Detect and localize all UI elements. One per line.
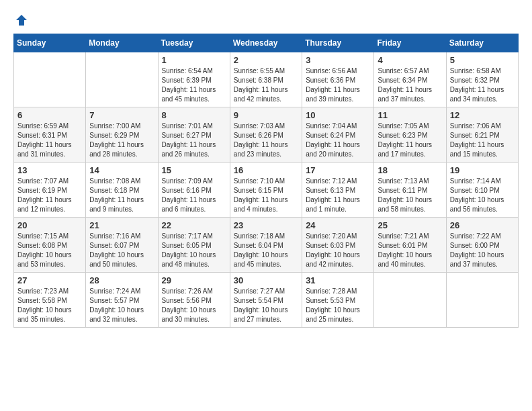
- calendar-cell: 26 Sunrise: 7:22 AM Sunset: 6:00 PM Dayl…: [446, 218, 518, 273]
- day-number: 18: [378, 165, 442, 175]
- sunrise: Sunrise: 6:54 AM: [162, 66, 226, 76]
- daylight: Daylight: 10 hours and 32 minutes.: [89, 306, 154, 324]
- day-number: 28: [89, 275, 154, 285]
- sunrise: Sunrise: 7:06 AM: [450, 122, 515, 131]
- sunset: Sunset: 6:11 PM: [378, 186, 442, 195]
- day-header: Friday: [374, 34, 446, 52]
- sunset: Sunset: 6:23 PM: [378, 131, 442, 140]
- sunset: Sunset: 5:58 PM: [17, 296, 82, 306]
- daylight: Daylight: 11 hours and 39 minutes.: [306, 85, 370, 104]
- day-number: 29: [162, 275, 226, 285]
- daylight: Daylight: 10 hours and 50 minutes.: [89, 250, 154, 269]
- day-number: 7: [89, 110, 154, 120]
- sunset: Sunset: 6:00 PM: [450, 241, 515, 250]
- sunset: Sunset: 6:19 PM: [17, 186, 82, 195]
- sunset: Sunset: 6:07 PM: [89, 241, 154, 250]
- calendar-cell: [446, 273, 518, 328]
- sunrise: Sunrise: 7:09 AM: [162, 177, 226, 186]
- day-header: Saturday: [446, 34, 518, 52]
- calendar-cell: 29 Sunrise: 7:26 AM Sunset: 5:56 PM Dayl…: [158, 273, 230, 328]
- sunset: Sunset: 6:15 PM: [234, 186, 298, 195]
- daylight: Daylight: 11 hours and 23 minutes.: [234, 140, 298, 159]
- daylight: Daylight: 10 hours and 56 minutes.: [450, 195, 515, 214]
- calendar-cell: 6 Sunrise: 6:59 AM Sunset: 6:31 PM Dayli…: [14, 107, 86, 163]
- daylight: Daylight: 10 hours and 58 minutes.: [378, 195, 442, 214]
- daylight: Daylight: 10 hours and 27 minutes.: [234, 306, 298, 324]
- calendar-cell: 16 Sunrise: 7:10 AM Sunset: 6:15 PM Dayl…: [230, 163, 302, 218]
- sunrise: Sunrise: 7:12 AM: [306, 177, 370, 186]
- sunrise: Sunrise: 7:10 AM: [234, 177, 298, 186]
- sunrise: Sunrise: 6:55 AM: [234, 66, 298, 76]
- calendar-cell: 25 Sunrise: 7:21 AM Sunset: 6:01 PM Dayl…: [374, 218, 446, 273]
- daylight: Daylight: 10 hours and 40 minutes.: [378, 250, 442, 269]
- day-number: 25: [378, 220, 442, 230]
- day-header: Monday: [86, 34, 158, 52]
- sunrise: Sunrise: 7:24 AM: [89, 287, 154, 296]
- sunset: Sunset: 5:54 PM: [234, 296, 298, 306]
- day-number: 11: [378, 110, 442, 120]
- daylight: Daylight: 10 hours and 25 minutes.: [306, 306, 370, 324]
- calendar-cell: 15 Sunrise: 7:09 AM Sunset: 6:16 PM Dayl…: [158, 163, 230, 218]
- day-number: 10: [306, 110, 370, 120]
- calendar-cell: 30 Sunrise: 7:27 AM Sunset: 5:54 PM Dayl…: [230, 273, 302, 328]
- daylight: Daylight: 11 hours and 4 minutes.: [234, 195, 298, 214]
- day-header: Thursday: [302, 34, 374, 52]
- day-number: 20: [17, 220, 82, 230]
- calendar-cell: 5 Sunrise: 6:58 AM Sunset: 6:32 PM Dayli…: [446, 52, 518, 107]
- sunset: Sunset: 6:01 PM: [378, 241, 442, 250]
- daylight: Daylight: 11 hours and 37 minutes.: [378, 85, 442, 104]
- calendar-cell: [14, 52, 86, 107]
- calendar-cell: 21 Sunrise: 7:16 AM Sunset: 6:07 PM Dayl…: [86, 218, 158, 273]
- sunset: Sunset: 5:57 PM: [89, 296, 154, 306]
- calendar-cell: 12 Sunrise: 7:06 AM Sunset: 6:21 PM Dayl…: [446, 107, 518, 163]
- sunset: Sunset: 6:29 PM: [89, 131, 154, 140]
- calendar-cell: 8 Sunrise: 7:01 AM Sunset: 6:27 PM Dayli…: [158, 107, 230, 163]
- calendar-cell: 10 Sunrise: 7:04 AM Sunset: 6:24 PM Dayl…: [302, 107, 374, 163]
- day-number: 6: [17, 110, 82, 120]
- sunrise: Sunrise: 7:03 AM: [234, 122, 298, 131]
- sunrise: Sunrise: 7:26 AM: [162, 287, 226, 296]
- day-number: 15: [162, 165, 226, 175]
- sunrise: Sunrise: 7:16 AM: [89, 232, 154, 241]
- daylight: Daylight: 11 hours and 20 minutes.: [306, 140, 370, 159]
- calendar-cell: 20 Sunrise: 7:15 AM Sunset: 6:08 PM Dayl…: [14, 218, 86, 273]
- calendar-cell: 3 Sunrise: 6:56 AM Sunset: 6:36 PM Dayli…: [302, 52, 374, 107]
- day-number: 5: [450, 55, 515, 65]
- sunrise: Sunrise: 7:21 AM: [378, 232, 442, 241]
- day-number: 12: [450, 110, 515, 120]
- sunrise: Sunrise: 6:56 AM: [306, 66, 370, 76]
- day-number: 2: [234, 55, 298, 65]
- daylight: Daylight: 10 hours and 45 minutes.: [234, 250, 298, 269]
- sunset: Sunset: 6:27 PM: [162, 131, 226, 140]
- calendar-cell: 4 Sunrise: 6:57 AM Sunset: 6:34 PM Dayli…: [374, 52, 446, 107]
- calendar-cell: 2 Sunrise: 6:55 AM Sunset: 6:38 PM Dayli…: [230, 52, 302, 107]
- daylight: Daylight: 11 hours and 12 minutes.: [17, 195, 82, 214]
- sunrise: Sunrise: 7:20 AM: [306, 232, 370, 241]
- daylight: Daylight: 10 hours and 53 minutes.: [17, 250, 82, 269]
- day-number: 19: [450, 165, 515, 175]
- daylight: Daylight: 11 hours and 15 minutes.: [450, 140, 515, 159]
- daylight: Daylight: 11 hours and 9 minutes.: [89, 195, 154, 214]
- day-number: 26: [450, 220, 515, 230]
- calendar-cell: 1 Sunrise: 6:54 AM Sunset: 6:39 PM Dayli…: [158, 52, 230, 107]
- day-number: 21: [89, 220, 154, 230]
- day-number: 13: [17, 165, 82, 175]
- day-number: 17: [306, 165, 370, 175]
- day-header: Wednesday: [230, 34, 302, 52]
- sunrise: Sunrise: 7:17 AM: [162, 232, 226, 241]
- sunset: Sunset: 5:56 PM: [162, 296, 226, 306]
- sunrise: Sunrise: 7:05 AM: [378, 122, 442, 131]
- daylight: Daylight: 11 hours and 17 minutes.: [378, 140, 442, 159]
- sunrise: Sunrise: 7:04 AM: [306, 122, 370, 131]
- daylight: Daylight: 11 hours and 1 minute.: [306, 195, 370, 214]
- calendar-table: SundayMondayTuesdayWednesdayThursdayFrid…: [13, 34, 519, 328]
- day-header: Tuesday: [158, 34, 230, 52]
- daylight: Daylight: 11 hours and 34 minutes.: [450, 85, 515, 104]
- calendar-cell: 23 Sunrise: 7:18 AM Sunset: 6:04 PM Dayl…: [230, 218, 302, 273]
- calendar-cell: [374, 273, 446, 328]
- day-number: 16: [234, 165, 298, 175]
- daylight: Daylight: 11 hours and 6 minutes.: [162, 195, 226, 214]
- sunset: Sunset: 6:16 PM: [162, 186, 226, 195]
- sunset: Sunset: 6:10 PM: [450, 186, 515, 195]
- sunrise: Sunrise: 7:14 AM: [450, 177, 515, 186]
